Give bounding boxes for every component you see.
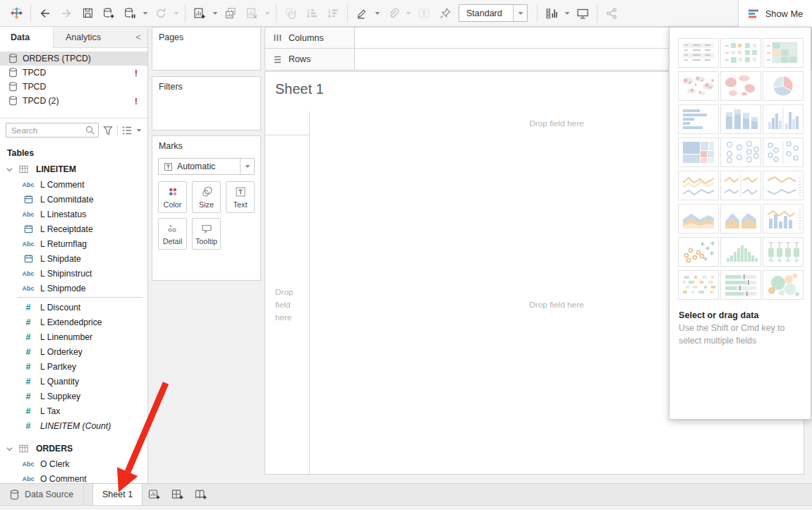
pause-updates-button[interactable] — [121, 4, 139, 23]
showme-area-discrete[interactable] — [720, 204, 761, 233]
datasource-item[interactable]: TPCD (2)! — [0, 94, 147, 108]
save-button[interactable] — [78, 4, 97, 23]
field-item[interactable]: #L Extendedprice — [0, 315, 147, 329]
highlight-button[interactable] — [353, 4, 371, 23]
field-item[interactable]: AbcL Comment — [0, 177, 147, 192]
showme-histogram[interactable] — [720, 237, 761, 267]
sort-ascending-button[interactable] — [303, 4, 321, 23]
chevron-down-icon[interactable] — [564, 4, 571, 23]
tooltip-button[interactable]: Tooltip — [192, 218, 221, 250]
data-source-tab[interactable]: Data Source — [0, 484, 84, 505]
showme-heat-map[interactable] — [763, 38, 804, 68]
tab-analytics[interactable]: Analytics — [54, 27, 129, 48]
showme-symbol-map[interactable] — [678, 71, 719, 101]
datasource-item[interactable]: TPCD — [0, 80, 147, 94]
field-item[interactable]: AbcL Linestatus — [0, 207, 147, 221]
field-item[interactable]: #L Quantity — [0, 374, 147, 389]
field-item[interactable]: AbcL Shipinstruct — [0, 266, 147, 281]
showme-circle-views[interactable] — [720, 138, 761, 167]
field-item[interactable]: AbcL Shipmode — [0, 281, 147, 296]
showme-dual-lines[interactable] — [763, 171, 804, 200]
field-item[interactable]: #L Suppkey — [0, 389, 147, 403]
text-button[interactable]: Text — [226, 181, 255, 213]
field-item[interactable]: AbcO Clerk — [0, 456, 147, 471]
redo-button[interactable] — [57, 4, 75, 23]
show-me-button[interactable]: Show Me — [738, 0, 812, 27]
showme-scatter-plot[interactable] — [678, 237, 719, 267]
swap-rows-columns-button[interactable] — [281, 4, 300, 23]
showme-horizontal-bars[interactable] — [678, 104, 719, 134]
show-mark-labels-button[interactable] — [543, 4, 561, 23]
showme-lines-continuous[interactable] — [678, 171, 719, 200]
field-item[interactable]: #L Partkey — [0, 359, 147, 374]
filters-card[interactable]: Filters — [152, 76, 261, 130]
table-group-orders[interactable]: ORDERS — [0, 441, 147, 456]
chevron-down-icon[interactable] — [513, 5, 527, 21]
filter-fields-icon[interactable] — [102, 125, 114, 136]
showme-side-by-side-bars[interactable] — [763, 104, 804, 134]
new-worksheet-tab-button[interactable] — [143, 484, 166, 505]
field-item[interactable]: AbcL Returnflag — [0, 236, 147, 251]
chevron-down-icon[interactable] — [405, 4, 412, 23]
showme-text-table[interactable] — [678, 38, 719, 68]
share-button[interactable] — [602, 4, 621, 23]
field-item[interactable]: L Receiptdate — [0, 221, 147, 236]
datasource-item[interactable]: TPCD! — [0, 66, 147, 80]
field-item[interactable]: #L Orderkey — [0, 344, 147, 359]
new-dashboard-button[interactable] — [166, 484, 189, 505]
add-datasource-button[interactable] — [99, 4, 118, 23]
chevron-down-icon[interactable] — [173, 4, 180, 23]
chevron-down-icon[interactable] — [212, 4, 219, 23]
field-item[interactable]: #L Linenumber — [0, 329, 147, 344]
table-group-lineitem[interactable]: LINEITEM — [0, 162, 147, 177]
showme-highlight-table[interactable] — [720, 38, 761, 68]
showme-area-continuous[interactable] — [678, 204, 719, 233]
tab-data[interactable]: Data — [0, 27, 54, 48]
pages-card[interactable]: Pages — [152, 27, 261, 71]
showme-filled-map[interactable] — [720, 71, 761, 101]
text-annotation-button[interactable] — [415, 4, 433, 23]
presentation-mode-button[interactable] — [574, 4, 592, 23]
new-story-button[interactable] — [189, 484, 212, 505]
showme-gantt[interactable] — [678, 270, 719, 300]
field-item[interactable]: #LINEITEM (Count) — [0, 418, 147, 433]
field-item[interactable]: L Shipdate — [0, 251, 147, 266]
showme-bullet-graph[interactable] — [720, 270, 761, 300]
showme-stacked-bars[interactable] — [720, 104, 761, 134]
showme-side-by-side-circles[interactable] — [763, 138, 804, 167]
showme-packed-bubbles[interactable] — [763, 270, 804, 300]
size-button[interactable]: Size — [192, 181, 221, 213]
sheet-1-tab[interactable]: Sheet 1 — [92, 484, 143, 505]
rows-header-drop-zone[interactable]: Drop field here — [265, 135, 309, 474]
view-mode-select[interactable]: Standard — [459, 4, 528, 22]
collapse-pane-button[interactable]: < — [129, 27, 147, 48]
field-item[interactable]: #L Discount — [0, 300, 147, 315]
chevron-expand-icon[interactable] — [6, 445, 13, 453]
undo-button[interactable] — [36, 4, 54, 23]
color-button[interactable]: Color — [158, 181, 187, 213]
chevron-down-icon[interactable] — [136, 128, 142, 133]
view-options-icon[interactable] — [121, 126, 133, 135]
field-item[interactable]: #L Tax — [0, 403, 147, 418]
mark-type-dropdown[interactable]: Automatic — [158, 158, 255, 175]
field-item[interactable]: L Commitdate — [0, 192, 147, 207]
chevron-down-icon[interactable] — [142, 4, 149, 23]
pin-button[interactable] — [436, 4, 454, 23]
showme-dual-combination[interactable] — [763, 204, 804, 233]
chevron-down-icon[interactable] — [240, 159, 254, 174]
chevron-down-icon[interactable] — [264, 4, 271, 23]
showme-lines-discrete[interactable] — [720, 171, 761, 200]
chevron-down-icon[interactable] — [374, 4, 381, 23]
showme-treemap[interactable] — [678, 138, 719, 167]
clear-sheet-button[interactable] — [243, 4, 261, 23]
sort-descending-button[interactable] — [324, 4, 342, 23]
field-item[interactable]: AbcO Comment — [0, 471, 147, 483]
detail-button[interactable]: Detail — [158, 218, 187, 250]
chevron-expand-icon[interactable] — [6, 166, 13, 174]
refresh-button[interactable] — [152, 4, 170, 23]
datasource-item[interactable]: ORDERS (TPCD) — [0, 51, 147, 66]
new-worksheet-button[interactable] — [190, 4, 209, 23]
duplicate-sheet-button[interactable] — [222, 4, 240, 23]
showme-pie-chart[interactable] — [763, 71, 804, 101]
sheet-title[interactable]: Sheet 1 — [275, 81, 324, 97]
